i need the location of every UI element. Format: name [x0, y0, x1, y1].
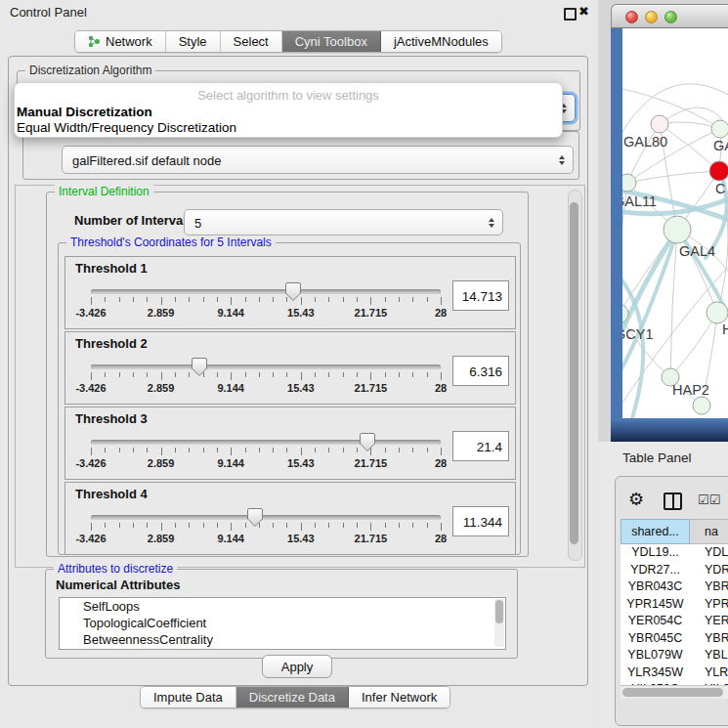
- tab-style[interactable]: Style: [166, 31, 221, 52]
- table-row[interactable]: YBR045CYBR0: [621, 630, 728, 648]
- cell-shared-name[interactable]: YBR043C: [621, 578, 690, 596]
- table-row[interactable]: YDL19...YDL1: [621, 544, 728, 562]
- horizontal-scrollbar[interactable]: [621, 685, 728, 699]
- dropdown-hint: Select algorithm to view settings: [15, 83, 562, 105]
- network-window-titlebar[interactable]: [611, 4, 728, 28]
- split-columns-icon[interactable]: [664, 492, 682, 510]
- network-node-gal11[interactable]: [622, 174, 636, 192]
- cell-name[interactable]: YBR0: [690, 630, 728, 648]
- numerical-attributes-list[interactable]: SelfLoopsTopologicalCoefficientBetweenne…: [59, 597, 506, 650]
- cell-shared-name[interactable]: YLR345W: [621, 664, 690, 682]
- table-data-select[interactable]: galFiltered.sif default node: [62, 146, 574, 174]
- tab-infer-network[interactable]: Infer Network: [349, 687, 450, 707]
- table-row[interactable]: YBL079WYBL0: [621, 647, 728, 664]
- dropdown-option[interactable]: Manual Discretization: [15, 105, 562, 120]
- cell-name[interactable]: YLR3: [690, 664, 728, 682]
- slider-track[interactable]: [91, 289, 441, 294]
- tab-network[interactable]: Network: [75, 31, 166, 52]
- cell-shared-name[interactable]: YDR27...: [621, 562, 690, 579]
- close-traffic-light-icon[interactable]: [625, 11, 638, 23]
- slider-axis-labels: -3.4262.8599.14415.4321.71528: [91, 307, 441, 319]
- threshold-label: Threshold 3: [75, 411, 148, 426]
- scrollbar-thumb[interactable]: [570, 202, 578, 544]
- tab-cyni-toolbox[interactable]: Cyni Toolbox: [282, 31, 381, 52]
- network-node-h[interactable]: [707, 302, 728, 323]
- table-header-row: shared...na: [621, 519, 728, 544]
- threshold-label: Threshold 2: [75, 336, 148, 351]
- slider-track[interactable]: [91, 440, 441, 445]
- threshold-value-field[interactable]: 14.713: [452, 280, 509, 311]
- network-node-gal80[interactable]: [651, 115, 668, 133]
- network-graph[interactable]: GAL80GACGAL11GAL4GCY1HHAP2: [622, 28, 728, 418]
- attribute-list-item[interactable]: TopologicalCoefficient: [60, 615, 505, 631]
- dropdown-option[interactable]: Equal Width/Frequency Discretization: [15, 120, 562, 136]
- thresholds-group-label: Threshold's Coordinates for 5 Intervals: [66, 236, 276, 249]
- table-row[interactable]: YBR043CYBR0: [621, 578, 728, 596]
- interval-definition-label: Interval Definition: [55, 185, 153, 198]
- list-scrollbar[interactable]: [494, 599, 504, 647]
- cell-name[interactable]: YDR2: [690, 562, 728, 579]
- node-attribute-table: shared...na YDL19...YDL1YDR27...YDR2YBR0…: [621, 519, 728, 685]
- tab-select[interactable]: Select: [221, 31, 282, 52]
- threshold-value-field[interactable]: 11.344: [452, 506, 509, 536]
- node-label: H: [722, 321, 728, 337]
- network-node-ga[interactable]: [711, 120, 728, 138]
- attribute-list-item[interactable]: BetweennessCentrality: [60, 631, 505, 648]
- float-window-icon[interactable]: [564, 8, 577, 21]
- network-icon: [88, 35, 101, 48]
- tab-discretize-data[interactable]: Discretize Data: [236, 687, 349, 707]
- cell-shared-name[interactable]: YER054C: [621, 613, 690, 630]
- threshold-label: Threshold 1: [75, 261, 148, 276]
- cell-name[interactable]: YBR0: [690, 578, 728, 596]
- number-of-intervals-select[interactable]: 5: [184, 209, 503, 236]
- node-label: C: [715, 181, 725, 196]
- table-row[interactable]: YPR145WYPR1: [621, 596, 728, 614]
- attribute-list-item[interactable]: SelfLoops: [60, 598, 505, 615]
- tab-jactivemnodules[interactable]: jActiveMNodules: [381, 31, 501, 52]
- slider-axis-labels: -3.4262.8599.14415.4321.71528: [91, 457, 441, 469]
- apply-button[interactable]: Apply: [262, 655, 332, 678]
- column-header[interactable]: na: [690, 519, 728, 544]
- slider-ticks: [91, 448, 441, 456]
- network-node-gal4[interactable]: [664, 216, 691, 243]
- node-label: GA: [713, 138, 728, 153]
- network-window-frame-bottom: [611, 420, 728, 442]
- cell-shared-name[interactable]: YPR145W: [621, 596, 690, 614]
- attributes-group-label: Attributes to discretize: [54, 562, 177, 576]
- combo-stepper-icon: [489, 218, 494, 228]
- table-row[interactable]: YDR27...YDR2: [621, 562, 728, 579]
- cell-name[interactable]: YER0: [690, 613, 728, 630]
- number-of-intervals-label: Number of Intervals: [74, 213, 193, 228]
- slider-track[interactable]: [91, 364, 441, 369]
- threshold-box-2: Threshold 2-3.4262.8599.14415.4321.71528…: [64, 331, 516, 405]
- close-icon[interactable]: ✖: [578, 4, 589, 19]
- threshold-label: Threshold 4: [75, 487, 148, 501]
- threshold-value-field[interactable]: 21.4: [452, 431, 509, 461]
- algorithm-group-label: Discretization Algorithm: [25, 64, 155, 77]
- cell-name[interactable]: YPR1: [690, 596, 728, 614]
- node-label: GCY1: [622, 326, 654, 342]
- tab-impute-data[interactable]: Impute Data: [141, 687, 236, 707]
- cell-shared-name[interactable]: YBR045C: [621, 630, 690, 648]
- cell-name[interactable]: YBL0: [690, 647, 728, 664]
- table-row[interactable]: YLR345WYLR3: [621, 664, 728, 682]
- slider-track[interactable]: [91, 515, 441, 520]
- network-canvas[interactable]: GAL80GACGAL11GAL4GCY1HHAP2: [622, 28, 728, 418]
- scrollbar-thumb[interactable]: [622, 688, 723, 697]
- cell-name[interactable]: YDL1: [690, 544, 728, 562]
- interval-definition-group: Interval Definition Number of Intervals …: [46, 192, 529, 557]
- cell-shared-name[interactable]: YBL079W: [621, 647, 690, 664]
- gear-icon[interactable]: ⚙: [628, 489, 644, 509]
- vertical-scrollbar[interactable]: [568, 190, 582, 561]
- network-node[interactable]: [693, 397, 710, 414]
- table-row[interactable]: YER054CYER0: [621, 613, 728, 630]
- select-columns-icon[interactable]: ☑☑: [698, 492, 720, 507]
- minimize-traffic-light-icon[interactable]: [645, 11, 658, 23]
- control-panel: Control Panel ✖ NetworkStyleSelectCyni T…: [0, 0, 598, 728]
- cell-shared-name[interactable]: YDL19...: [621, 544, 690, 562]
- slider-ticks: [91, 523, 441, 532]
- column-header-selected[interactable]: shared...: [621, 519, 690, 544]
- threshold-value-field[interactable]: 6.316: [452, 356, 509, 386]
- network-node-c[interactable]: [709, 161, 728, 181]
- zoom-traffic-light-icon[interactable]: [664, 11, 677, 23]
